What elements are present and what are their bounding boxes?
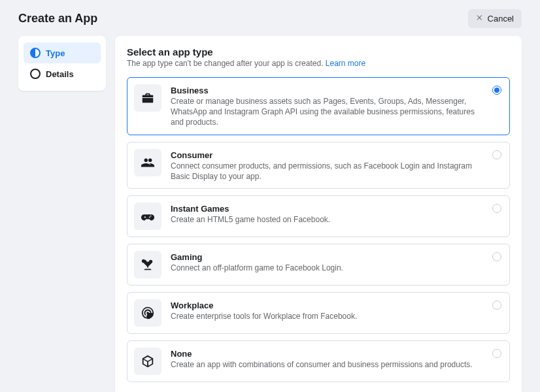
option-gaming[interactable]: Gaming Connect an off-platform game to F… xyxy=(127,244,510,286)
radio-icon xyxy=(492,150,501,159)
step-indicator-icon xyxy=(30,69,41,79)
gamepad-icon xyxy=(134,203,161,230)
option-business[interactable]: Business Create or manage business asset… xyxy=(127,77,510,135)
radio-icon xyxy=(492,86,501,95)
option-desc: Create an app with combinations of consu… xyxy=(171,359,486,370)
joystick-icon xyxy=(134,251,161,278)
option-desc: Create an HTML5 game hosted on Facebook. xyxy=(171,214,486,225)
option-workplace[interactable]: Workplace Create enterprise tools for Wo… xyxy=(127,292,510,334)
sidebar-step-details[interactable]: Details xyxy=(24,63,101,84)
option-consumer[interactable]: Consumer Connect consumer products, and … xyxy=(127,142,510,189)
step-indicator-icon xyxy=(30,48,41,58)
section-subtitle: The app type can't be changed after your… xyxy=(127,59,510,68)
main-panel: Select an app type The app type can't be… xyxy=(115,36,522,392)
option-title: Business xyxy=(171,86,486,95)
radio-icon xyxy=(492,204,501,213)
option-title: Gaming xyxy=(171,252,486,262)
learn-more-link[interactable]: Learn more xyxy=(326,59,365,68)
sidebar-step-type[interactable]: Type xyxy=(24,42,101,63)
footer: Next xyxy=(127,382,510,392)
option-desc: Connect consumer products, and permissio… xyxy=(171,161,486,182)
workplace-icon xyxy=(134,299,161,327)
option-instant-games[interactable]: Instant Games Create an HTML5 game hoste… xyxy=(127,195,510,237)
option-title: None xyxy=(171,349,486,359)
option-desc: Create enterprise tools for Workplace fr… xyxy=(171,311,486,321)
option-title: Workplace xyxy=(171,301,486,310)
option-title: Instant Games xyxy=(171,204,486,214)
users-icon xyxy=(134,149,161,176)
sidebar-step-label: Details xyxy=(46,69,74,79)
cancel-button[interactable]: Cancel xyxy=(468,9,522,28)
section-subtitle-text: The app type can't be changed after your… xyxy=(127,59,326,68)
page-title: Create an App xyxy=(18,12,97,25)
option-desc: Connect an off-platform game to Facebook… xyxy=(171,263,486,273)
option-none[interactable]: None Create an app with combinations of … xyxy=(127,340,510,382)
radio-icon xyxy=(492,252,501,261)
topbar: Create an App Cancel xyxy=(0,0,540,36)
option-title: Consumer xyxy=(171,150,486,160)
option-desc: Create or manage business assets such as… xyxy=(171,96,486,128)
radio-icon xyxy=(492,349,501,358)
sidebar: Type Details xyxy=(18,36,106,91)
close-icon xyxy=(476,14,484,24)
radio-icon xyxy=(492,301,501,310)
section-title: Select an app type xyxy=(127,46,510,57)
app-type-options: Business Create or manage business asset… xyxy=(127,77,510,382)
cube-icon xyxy=(134,348,161,375)
sidebar-step-label: Type xyxy=(46,48,65,58)
cancel-label: Cancel xyxy=(488,14,514,24)
briefcase-icon xyxy=(134,84,161,112)
